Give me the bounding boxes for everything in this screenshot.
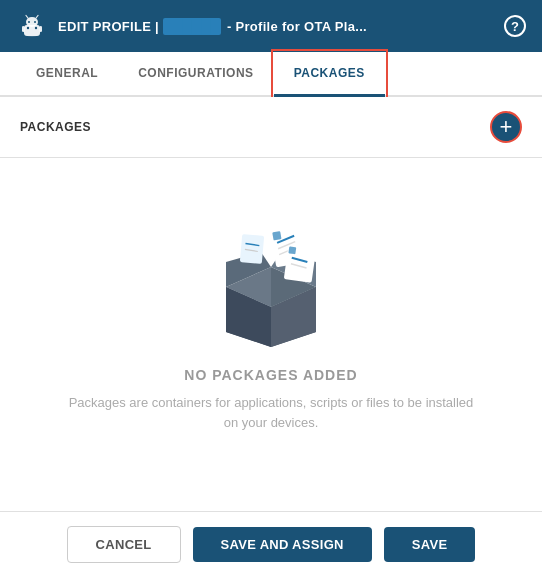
svg-rect-22 xyxy=(272,231,281,240)
header-title: EDIT PROFILE | ████ - Profile for OTA Pl… xyxy=(58,19,367,34)
cancel-button[interactable]: CANCEL xyxy=(67,526,181,563)
android-icon xyxy=(16,10,48,42)
save-and-assign-button[interactable]: SAVE AND ASSIGN xyxy=(193,527,372,562)
svg-point-3 xyxy=(35,27,37,29)
tab-bar: GENERAL CONFIGURATIONS PACKAGES xyxy=(0,52,542,97)
svg-rect-27 xyxy=(240,234,264,264)
footer: CANCEL SAVE AND ASSIGN SAVE xyxy=(0,511,542,577)
tab-configurations[interactable]: CONFIGURATIONS xyxy=(118,52,273,97)
save-button[interactable]: SAVE xyxy=(384,527,476,562)
svg-rect-26 xyxy=(288,246,296,254)
svg-point-7 xyxy=(28,21,30,23)
help-button[interactable]: ? xyxy=(504,15,526,37)
packages-illustration xyxy=(201,217,341,347)
svg-point-2 xyxy=(27,27,29,29)
empty-state-title: NO PACKAGES ADDED xyxy=(184,367,357,383)
empty-state-description: Packages are containers for applications… xyxy=(60,393,482,432)
svg-rect-4 xyxy=(22,26,25,32)
svg-rect-23 xyxy=(284,245,316,283)
content-area: PACKAGES + xyxy=(0,97,542,511)
tab-general[interactable]: GENERAL xyxy=(16,52,118,97)
svg-point-8 xyxy=(34,21,36,23)
svg-line-9 xyxy=(26,16,28,19)
header-left: EDIT PROFILE | ████ - Profile for OTA Pl… xyxy=(16,10,367,42)
packages-header: PACKAGES + xyxy=(0,97,542,158)
svg-rect-5 xyxy=(40,26,43,32)
empty-state: NO PACKAGES ADDED Packages are container… xyxy=(0,158,542,511)
svg-line-10 xyxy=(36,16,38,19)
page-header: EDIT PROFILE | ████ - Profile for OTA Pl… xyxy=(0,0,542,52)
tab-packages[interactable]: PACKAGES xyxy=(274,52,385,97)
add-package-button[interactable]: + xyxy=(490,111,522,143)
packages-section-label: PACKAGES xyxy=(20,120,91,134)
